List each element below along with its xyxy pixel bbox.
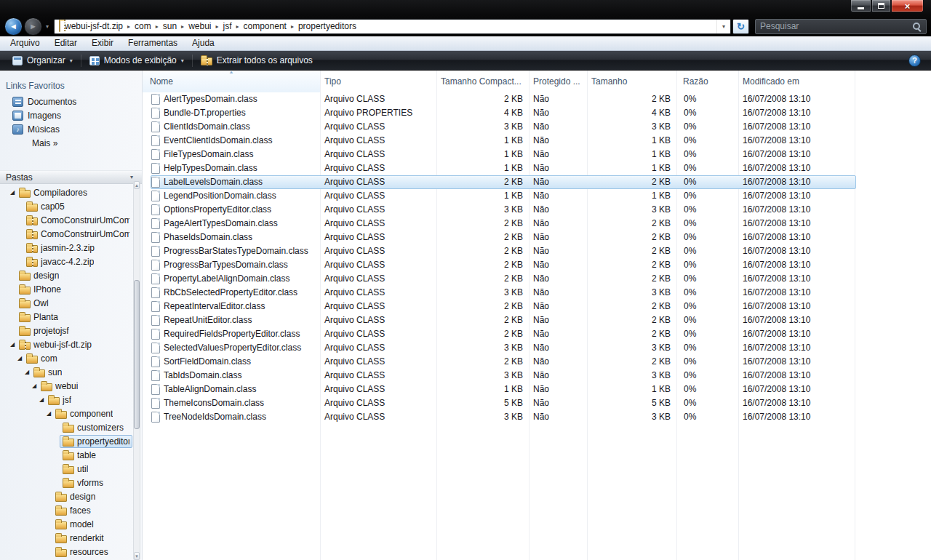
breadcrumb-segment-sun[interactable]: sun [161, 21, 178, 31]
tree-item-owl[interactable]: Owl [0, 296, 132, 310]
menu-item-arquivo[interactable]: Arquivo [3, 36, 47, 50]
table-row[interactable]: PropertyLabelAlignDomain.classArquivo CL… [143, 272, 931, 286]
menu-item-editar[interactable]: Editar [47, 36, 84, 50]
table-row[interactable]: RepeatIntervalEditor.classArquivo CLASS2… [143, 300, 931, 313]
breadcrumb-segment-jsf[interactable]: jsf [222, 21, 233, 31]
menu-item-exibir[interactable]: Exibir [84, 36, 121, 50]
tree-item-com[interactable]: ◢com [0, 351, 132, 365]
tree-item-projetojsf[interactable]: projetojsf [0, 324, 132, 337]
refresh-button[interactable]: ↻ [732, 19, 749, 34]
column-header-modificado-em[interactable]: Modificado em [738, 71, 855, 92]
breadcrumb-segment-webui-jsf-dt-zip[interactable]: webui-jsf-dt.zip [63, 21, 124, 31]
table-row[interactable]: SelectedValuesPropertyEditor.classArquiv… [143, 341, 931, 355]
menu-item-ferramentas[interactable]: Ferramentas [121, 36, 185, 50]
tree-item-planta[interactable]: Planta [0, 310, 132, 324]
favorite-link-documentos[interactable]: Documentos [0, 95, 142, 108]
table-row[interactable]: RbCbSelectedPropertyEditor.classArquivo … [143, 286, 931, 300]
table-row[interactable]: LabelLevelsDomain.classArquivo CLASS2 KB… [143, 175, 931, 189]
tree-expander-expanded-icon[interactable]: ◢ [38, 397, 45, 403]
table-row[interactable]: ProgressBarStatesTypeDomain.classArquivo… [143, 244, 931, 258]
tree-item-propertyeditors[interactable]: propertyeditors [0, 434, 132, 448]
table-row[interactable]: OptionsPropertyEditor.classArquivo CLASS… [143, 203, 931, 217]
column-header-tamanho-compact[interactable]: Tamanho Compact... [436, 71, 529, 92]
folders-collapse-icon[interactable]: ▾ [130, 174, 136, 180]
scroll-down-button[interactable]: ▼ [134, 552, 140, 560]
tree-item-faces[interactable]: faces [0, 503, 132, 517]
column-header-nome[interactable]: ▲Nome [143, 71, 320, 92]
table-row[interactable]: AlertTypesDomain.classArquivo CLASS2 KBN… [143, 92, 931, 106]
table-row[interactable]: ThemeIconsDomain.classArquivo CLASS5 KBN… [143, 396, 931, 410]
tree-item-sun[interactable]: ◢sun [0, 365, 132, 379]
views-button[interactable]: Modos de exibição ▾ [83, 54, 191, 67]
tree-expander-expanded-icon[interactable]: ◢ [23, 369, 31, 375]
more-link[interactable]: Mais » [0, 136, 142, 150]
table-row[interactable]: FileTypesDomain.classArquivo CLASS1 KBNã… [143, 148, 931, 161]
table-row[interactable]: LegendPositionDomain.classArquivo CLASS1… [143, 189, 931, 203]
title-bar[interactable]: × [0, 0, 931, 16]
table-row[interactable]: PhaseIdsDomain.classArquivo CLASS2 KBNão… [143, 231, 931, 244]
scrollbar-thumb[interactable] [134, 280, 140, 429]
table-row[interactable]: Bundle-DT.propertiesArquivo PROPERTIES4 … [143, 106, 931, 120]
close-button[interactable]: × [891, 0, 924, 12]
favorite-link-m-sicas[interactable]: ♪Músicas [0, 122, 142, 136]
breadcrumb-segment-webui[interactable]: webui [187, 21, 212, 31]
breadcrumb-segment-component[interactable]: component [242, 21, 288, 31]
table-row[interactable]: HelpTypesDomain.classArquivo CLASS1 KBNã… [143, 161, 931, 175]
scroll-up-button[interactable]: ▲ [134, 181, 140, 189]
tree-item-design[interactable]: design [0, 268, 132, 282]
address-dropdown-icon[interactable]: ▾ [716, 20, 730, 33]
favorite-link-imagens[interactable]: Imagens [0, 108, 142, 122]
tree-item-jsf[interactable]: ◢jsf [0, 393, 132, 407]
minimize-button[interactable] [850, 0, 871, 12]
search-box[interactable] [755, 19, 927, 34]
tree-item-design[interactable]: design [0, 489, 132, 503]
table-row[interactable]: RepeatUnitEditor.classArquivo CLASS2 KBN… [143, 313, 931, 327]
address-bar[interactable]: webui-jsf-dt.zip▸com▸sun▸webui▸jsf▸compo… [54, 19, 731, 34]
breadcrumb-segment-propertyeditors[interactable]: propertyeditors [297, 21, 358, 31]
table-row[interactable]: PageAlertTypesDomain.classArquivo CLASS2… [143, 217, 931, 231]
breadcrumb-segment-com[interactable]: com [133, 21, 153, 31]
tree-scrollbar[interactable]: ▲ ▼ [133, 181, 140, 560]
tree-item-javacc-4-2-zip[interactable]: javacc-4.2.zip [0, 255, 132, 268]
tree-expander-expanded-icon[interactable]: ◢ [45, 411, 52, 417]
tree-expander-expanded-icon[interactable]: ◢ [9, 342, 16, 348]
tree-item-customizers[interactable]: customizers [0, 420, 132, 434]
extract-all-button[interactable]: Extrair todos os arquivos [194, 54, 319, 67]
history-dropdown-icon[interactable]: ▾ [46, 23, 49, 30]
tree-item-resources[interactable]: resources [0, 545, 132, 559]
table-row[interactable]: ProgressBarTypesDomain.classArquivo CLAS… [143, 258, 931, 272]
organize-button[interactable]: Organizar ▾ [6, 54, 79, 67]
column-header-raz-o[interactable]: Razão [676, 71, 738, 92]
tree-expander-expanded-icon[interactable]: ◢ [16, 356, 23, 361]
search-icon[interactable] [912, 22, 922, 31]
table-row[interactable]: ClientIdsDomain.classArquivo CLASS3 KBNã… [143, 120, 931, 134]
tree-item-cap05[interactable]: cap05 [0, 199, 132, 213]
table-row[interactable]: TabIdsDomain.classArquivo CLASS3 KBNão3 … [143, 369, 931, 383]
tree-expander-expanded-icon[interactable]: ◢ [31, 383, 38, 389]
table-row[interactable]: TableAlignDomain.classArquivo CLASS1 KBN… [143, 383, 931, 396]
tree-expander-expanded-icon[interactable]: ◢ [9, 190, 16, 196]
folders-band[interactable]: Pastas ▾ [0, 170, 142, 184]
tree-item-table[interactable]: table [0, 448, 132, 462]
tree-item-model[interactable]: model [0, 517, 132, 531]
table-row[interactable]: TreeNodeIdsDomain.classArquivo CLASS3 KB… [143, 410, 931, 424]
tree-item-iphone[interactable]: IPhone [0, 282, 132, 296]
column-header-tamanho[interactable]: Tamanho [587, 71, 676, 92]
column-header-protegido[interactable]: Protegido ... [529, 71, 587, 92]
maximize-button[interactable] [871, 0, 891, 12]
tree-item-webui[interactable]: ◢webui [0, 379, 132, 393]
tree-item-util[interactable]: util [0, 462, 132, 476]
tree-item-compiladores[interactable]: ◢Compiladores [0, 185, 132, 199]
table-row[interactable]: EventClientIdsDomain.classArquivo CLASS1… [143, 134, 931, 148]
tree-item-comoconstruirumcom[interactable]: ComoConstruirUmCom [0, 213, 132, 227]
menu-item-ajuda[interactable]: Ajuda [185, 36, 222, 50]
tree-item-comoconstruirumcom[interactable]: ComoConstruirUmCom [0, 227, 132, 241]
help-button[interactable]: ? [908, 55, 921, 67]
back-button[interactable]: ◄ [4, 17, 23, 36]
search-input[interactable] [760, 21, 912, 31]
table-row[interactable]: SortFieldDomain.classArquivo CLASS2 KBNã… [143, 355, 931, 369]
tree-item-component[interactable]: ◢component [0, 407, 132, 420]
tree-item-webui-jsf-dt-zip[interactable]: ◢webui-jsf-dt.zip [0, 337, 132, 351]
table-row[interactable]: RequiredFieldsPropertyEditor.classArquiv… [143, 327, 931, 341]
tree-item-jasmin-2-3-zip[interactable]: jasmin-2.3.zip [0, 241, 132, 255]
